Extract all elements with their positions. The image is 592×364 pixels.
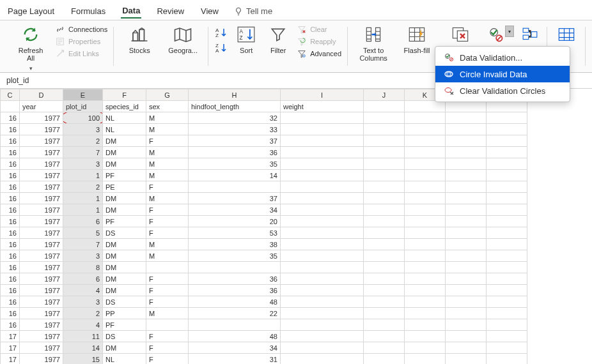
clear-filter-button[interactable]: Clear (297, 24, 341, 34)
cell[interactable]: 34 (189, 342, 281, 354)
cell[interactable]: 17 (1, 331, 20, 342)
cell[interactable] (405, 308, 446, 319)
cell[interactable] (446, 239, 487, 250)
tab-page-layout[interactable]: Page Layout (6, 4, 56, 18)
cell[interactable]: F (146, 273, 189, 285)
cell[interactable] (281, 158, 364, 170)
text-to-columns-button[interactable]: Text toColumns (354, 24, 393, 62)
cell[interactable] (446, 250, 487, 262)
cell[interactable]: F (146, 135, 189, 147)
cell[interactable] (405, 331, 446, 342)
cell[interactable]: 17 (1, 354, 20, 365)
cell[interactable]: 16 (1, 319, 20, 331)
cell[interactable] (487, 239, 527, 250)
cell[interactable] (189, 319, 281, 331)
cell[interactable] (281, 262, 364, 273)
cell[interactable]: DM (103, 158, 146, 170)
cell[interactable] (405, 273, 446, 285)
cell[interactable] (487, 285, 527, 296)
cell[interactable]: 16 (1, 250, 20, 262)
cell[interactable] (1, 101, 20, 112)
cell[interactable] (487, 319, 527, 331)
cell[interactable] (487, 227, 527, 239)
cell[interactable] (364, 296, 405, 308)
cell[interactable] (281, 319, 364, 331)
cell[interactable]: 36 (189, 147, 281, 158)
cell[interactable]: 3 (63, 124, 103, 135)
cell[interactable] (446, 181, 487, 193)
cell[interactable] (364, 101, 405, 112)
reapply-button[interactable]: Reapply (297, 36, 341, 47)
cell[interactable] (281, 354, 364, 365)
cell[interactable]: 36 (189, 285, 281, 296)
cell[interactable]: F (146, 331, 189, 342)
cell[interactable] (364, 285, 405, 296)
cell[interactable]: 14 (63, 342, 103, 354)
cell[interactable] (405, 158, 446, 170)
column-header-I[interactable]: I (281, 89, 364, 101)
cell[interactable]: 17 (1, 342, 20, 354)
cell[interactable]: 2 (63, 181, 103, 193)
cell[interactable]: F (146, 181, 189, 193)
cell[interactable] (364, 250, 405, 262)
connections-button[interactable]: Connections (55, 24, 107, 34)
cell[interactable]: M (146, 158, 189, 170)
sort-desc-button[interactable]: ZA (215, 42, 228, 54)
cell[interactable] (405, 296, 446, 308)
cell[interactable] (281, 250, 364, 262)
cell[interactable] (446, 135, 487, 147)
cell[interactable] (487, 204, 527, 216)
column-header-J[interactable]: J (364, 89, 405, 101)
cell[interactable]: F (146, 204, 189, 216)
cell[interactable]: 7 (63, 239, 103, 250)
cell[interactable] (189, 262, 281, 273)
cell[interactable]: plot_id (63, 101, 103, 112)
cell[interactable] (281, 124, 364, 135)
cell[interactable]: F (146, 227, 189, 239)
cell[interactable]: 5 (63, 227, 103, 239)
cell[interactable] (446, 170, 487, 181)
cell[interactable]: year (20, 101, 63, 112)
cell[interactable] (281, 135, 364, 147)
column-header-G[interactable]: G (146, 89, 189, 101)
cell[interactable]: 16 (1, 193, 20, 204)
cell[interactable]: DM (103, 135, 146, 147)
cell[interactable]: 36 (189, 273, 281, 285)
cell[interactable]: DM (103, 193, 146, 204)
cell[interactable]: 1977 (20, 262, 63, 273)
cell[interactable]: DM (103, 262, 146, 273)
column-header-F[interactable]: F (103, 89, 146, 101)
cell[interactable]: 16 (1, 158, 20, 170)
cell[interactable]: 1977 (20, 296, 63, 308)
cell[interactable]: PE (103, 181, 146, 193)
cell[interactable]: 16 (1, 216, 20, 227)
cell[interactable]: PF (103, 319, 146, 331)
cell[interactable] (446, 285, 487, 296)
cell[interactable]: 33 (189, 124, 281, 135)
column-header-D[interactable]: D (20, 89, 63, 101)
cell[interactable] (446, 262, 487, 273)
cell[interactable]: 100 (63, 112, 103, 124)
cell[interactable] (364, 342, 405, 354)
cell[interactable]: 1977 (20, 273, 63, 285)
cell[interactable] (405, 181, 446, 193)
cell[interactable]: 1 (63, 204, 103, 216)
cell[interactable] (487, 342, 527, 354)
cell[interactable]: 1 (63, 193, 103, 204)
cell[interactable]: 48 (189, 296, 281, 308)
cell[interactable] (364, 158, 405, 170)
cell[interactable] (405, 250, 446, 262)
edit-links-button[interactable]: Edit Links (55, 49, 107, 59)
cell[interactable]: 16 (1, 124, 20, 135)
column-header-H[interactable]: H (189, 89, 281, 101)
sort-button[interactable]: AZ Sort (233, 24, 260, 54)
cell[interactable] (405, 227, 446, 239)
cell[interactable] (364, 204, 405, 216)
tab-formulas[interactable]: Formulas (70, 4, 107, 18)
cell[interactable] (364, 319, 405, 331)
cell[interactable]: DM (103, 147, 146, 158)
cell[interactable]: 16 (1, 227, 20, 239)
spreadsheet-grid[interactable]: CDEFGHIJKLOyearplot_idspecies_idsexhindf… (0, 89, 592, 364)
cell[interactable]: 1977 (20, 158, 63, 170)
cell[interactable]: 1977 (20, 239, 63, 250)
